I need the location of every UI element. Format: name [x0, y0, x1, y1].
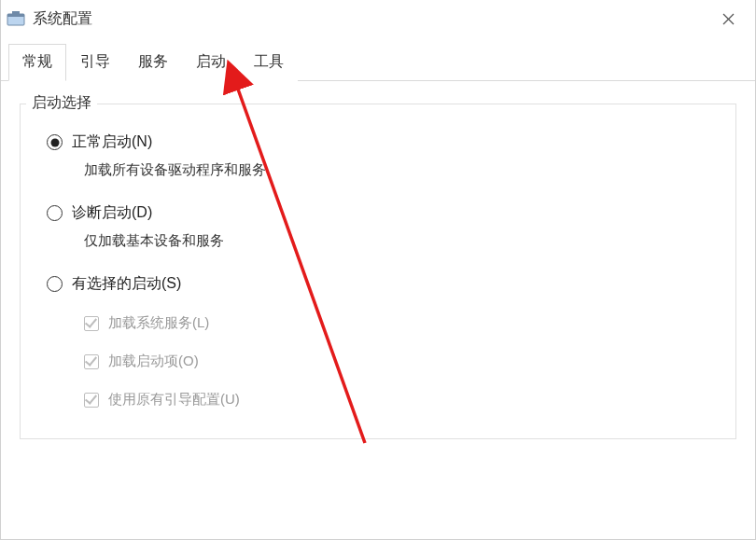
tab-tools[interactable]: 工具: [240, 44, 298, 81]
checkbox-original-boot: 使用原有引导配置(U): [84, 391, 709, 408]
checkbox-label: 加载系统服务(L): [108, 314, 209, 332]
svg-rect-2: [12, 11, 20, 14]
option-normal: 正常启动(N) 加载所有设备驱动程序和服务: [47, 132, 709, 179]
checkbox-load-startup: 加载启动项(O): [84, 353, 709, 370]
radio-normal-desc: 加载所有设备驱动程序和服务: [84, 161, 709, 179]
close-button[interactable]: [707, 4, 749, 34]
radio-icon: [47, 205, 63, 221]
tab-label: 启动: [196, 53, 226, 69]
radio-selective[interactable]: 有选择的启动(S): [47, 274, 709, 294]
tab-label: 引导: [80, 53, 110, 69]
tab-content: 启动选择 正常启动(N) 加载所有设备驱动程序和服务 诊断启动(D) 仅加载基本…: [1, 81, 755, 449]
tab-general[interactable]: 常规: [8, 44, 66, 81]
radio-label: 有选择的启动(S): [72, 274, 181, 294]
tab-startup[interactable]: 启动: [182, 44, 240, 81]
radio-normal[interactable]: 正常启动(N): [47, 132, 709, 152]
tab-label: 工具: [254, 53, 284, 69]
radio-diag-desc: 仅加载基本设备和服务: [84, 232, 709, 250]
checkbox-icon: [84, 393, 99, 408]
checkbox-label: 加载启动项(O): [108, 353, 199, 370]
tab-label: 常规: [22, 53, 52, 69]
titlebar: 系统配置: [1, 0, 755, 37]
radio-label: 正常启动(N): [72, 132, 152, 152]
option-selective: 有选择的启动(S) 加载系统服务(L) 加载启动项(O) 使用原有引导配置(U): [47, 274, 709, 408]
tab-services[interactable]: 服务: [124, 44, 182, 81]
checkbox-load-services: 加载系统服务(L): [84, 314, 709, 332]
checkbox-icon: [84, 316, 99, 331]
msconfig-icon: [7, 10, 25, 27]
radio-label: 诊断启动(D): [72, 203, 152, 223]
tab-label: 服务: [138, 53, 168, 69]
groupbox-startup: 启动选择 正常启动(N) 加载所有设备驱动程序和服务 诊断启动(D) 仅加载基本…: [20, 104, 736, 439]
window: 系统配置 常规 引导 服务 启动 工具 启动选择 正常启动(N) 加载所有设备驱…: [0, 0, 756, 540]
radio-diag[interactable]: 诊断启动(D): [47, 203, 709, 223]
checkbox-icon: [84, 354, 99, 369]
radio-icon: [47, 134, 63, 150]
checkbox-label: 使用原有引导配置(U): [108, 391, 240, 408]
svg-rect-1: [7, 14, 24, 17]
option-diag: 诊断启动(D) 仅加载基本设备和服务: [47, 203, 709, 250]
window-title: 系统配置: [33, 9, 707, 29]
group-legend: 启动选择: [26, 93, 97, 113]
radio-icon: [47, 276, 63, 292]
tabstrip: 常规 引导 服务 启动 工具: [1, 43, 755, 81]
tab-boot[interactable]: 引导: [66, 44, 124, 81]
